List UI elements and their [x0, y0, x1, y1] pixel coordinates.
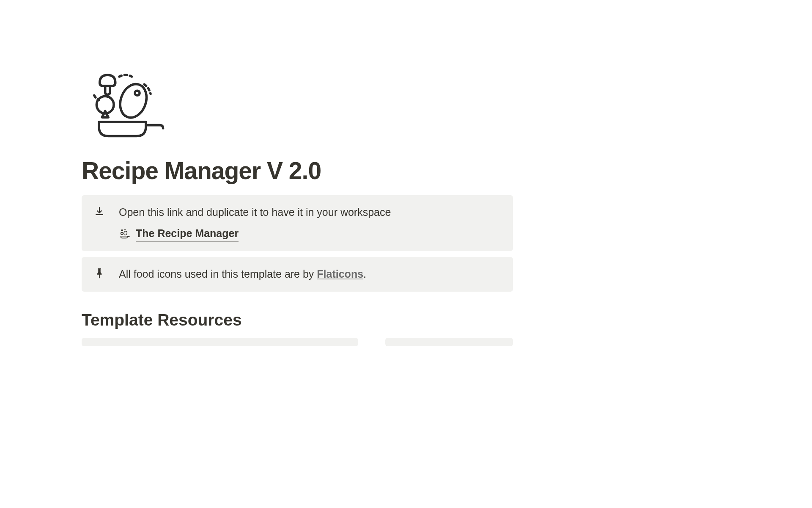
- attribution-text-after: .: [363, 268, 366, 280]
- resource-card[interactable]: [385, 338, 513, 346]
- svg-point-1: [135, 91, 140, 95]
- download-icon: [93, 205, 105, 217]
- recipe-manager-link[interactable]: The Recipe Manager: [119, 226, 501, 242]
- callout-text: Open this link and duplicate it to have …: [119, 204, 501, 221]
- recipe-manager-link-text[interactable]: The Recipe Manager: [136, 226, 239, 242]
- section-heading-template-resources: Template Resources: [82, 311, 513, 329]
- resource-card[interactable]: [82, 338, 358, 346]
- svg-point-4: [121, 232, 123, 235]
- page-cooking-icon: [88, 66, 166, 144]
- page-title: Recipe Manager V 2.0: [82, 157, 513, 185]
- cooking-small-icon: [119, 228, 131, 240]
- pin-icon: [93, 267, 105, 279]
- svg-point-3: [123, 231, 128, 235]
- callout-attribution: All food icons used in this template are…: [82, 257, 513, 292]
- attribution-text-before: All food icons used in this template are…: [119, 268, 317, 280]
- flaticons-link[interactable]: Flaticons: [317, 268, 363, 280]
- callout-duplicate-instruction: Open this link and duplicate it to have …: [82, 195, 513, 251]
- resource-cards-row: [82, 338, 513, 346]
